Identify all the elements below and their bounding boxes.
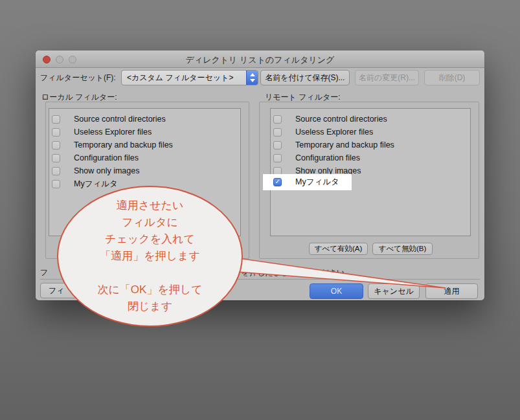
bubble-text-line: 閉じます (128, 298, 172, 315)
save-as-button[interactable]: 名前を付けて保存(S)... (260, 70, 350, 85)
filter-checkbox[interactable]: ✓ (52, 128, 60, 137)
filter-checkbox[interactable]: ✓ (273, 128, 282, 137)
filter-row[interactable]: ✓ Source control directories (49, 113, 240, 126)
filter-checkbox[interactable]: ✓ (52, 180, 60, 188)
chevron-down-icon (250, 79, 255, 82)
filter-label: Configuration files (295, 153, 360, 162)
remote-filters-list[interactable]: ✓ Source control directories ✓ Useless E… (270, 108, 471, 236)
disable-all-button[interactable]: すべて無効(B) (372, 243, 433, 255)
filter-checkbox[interactable]: ✓ (52, 141, 60, 149)
hint-text-right: ーを押したままにしてください。 (234, 267, 352, 278)
enable-all-button[interactable]: すべて有効(A) (309, 243, 368, 255)
filter-label: Show only images (74, 166, 139, 175)
filter-set-value: <カスタム フィルターセット> (127, 73, 233, 82)
ok-button[interactable]: OK (310, 283, 363, 299)
filter-label: Myフィルタ (74, 179, 118, 190)
annotation-bubble: 適用させたいフィルタにチェックを入れて「適用」を押します 次に「OK」を押して閉… (57, 186, 243, 327)
filter-label: Myフィルタ (295, 177, 339, 188)
bubble-text-line: フィルタに (122, 214, 178, 231)
filter-checkbox[interactable]: ✓ (273, 178, 282, 186)
delete-button: 削除(D) (424, 70, 480, 85)
stepper-icon[interactable] (246, 71, 258, 85)
filter-label: Temporary and backup files (74, 140, 173, 149)
chevron-up-icon (250, 73, 255, 76)
filter-row[interactable]: ✓ Temporary and backup files (271, 138, 470, 151)
filter-row[interactable]: ✓ Show only images (49, 164, 240, 177)
filter-set-select[interactable]: <カスタム フィルターセット> (121, 70, 258, 85)
titlebar[interactable]: ディレクトリ リストのフィルタリング (36, 50, 484, 68)
apply-button[interactable]: 適用 (425, 283, 478, 299)
filter-row[interactable]: ✓ Source control directories (271, 113, 470, 126)
filter-row[interactable]: ✓ Configuration files (271, 151, 470, 164)
filter-label: Source control directories (295, 115, 387, 124)
bubble-text-line: 「適用」を押します (100, 248, 200, 265)
filter-label: Useless Explorer files (74, 127, 152, 137)
check-icon: ✓ (275, 178, 280, 185)
filter-checkbox[interactable]: ✓ (52, 154, 60, 162)
filter-label: Useless Explorer files (295, 127, 373, 137)
filter-label: Temporary and backup files (295, 140, 394, 149)
filter-row[interactable]: ✓ Useless Explorer files (271, 126, 470, 138)
bubble-text-line (148, 265, 152, 282)
filter-set-label: フィルターセット(F): (40, 70, 116, 85)
filter-row[interactable]: ✓ Temporary and backup files (49, 138, 240, 151)
filter-checkbox[interactable]: ✓ (273, 115, 282, 124)
bubble-text-line: チェックを入れて (105, 231, 195, 248)
filter-row[interactable]: ✓ Useless Explorer files (49, 126, 240, 138)
filter-checkbox[interactable]: ✓ (273, 154, 282, 162)
filter-row[interactable]: ✓ Configuration files (49, 151, 240, 164)
filter-row[interactable]: ✓ Myフィルタ (263, 174, 352, 190)
filter-checkbox[interactable]: ✓ (273, 141, 282, 149)
filter-checkbox[interactable]: ✓ (52, 167, 60, 175)
bubble-text-line: 適用させたい (117, 197, 184, 214)
rename-button: 名前の変更(R)... (355, 70, 419, 85)
bubble-text-line: 次に「OK」を押して (97, 282, 202, 298)
cancel-button[interactable]: キャンセル (368, 283, 420, 299)
window-title: ディレクトリ リストのフィルタリング (36, 54, 484, 66)
filter-label: Source control directories (74, 115, 166, 124)
hint-text-left: フ (40, 267, 48, 278)
filter-checkbox[interactable]: ✓ (52, 115, 60, 124)
filter-label: Configuration files (74, 153, 139, 162)
